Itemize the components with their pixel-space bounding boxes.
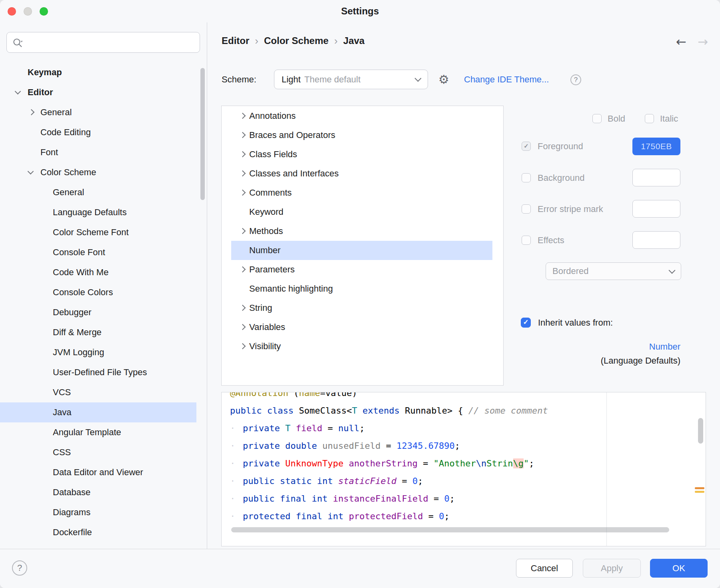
sidebar-item-angular-template[interactable]: Angular Template bbox=[0, 422, 196, 442]
sidebar-item-code-editing[interactable]: Code Editing bbox=[0, 122, 196, 142]
attribute-item-number[interactable]: Number bbox=[231, 241, 492, 260]
scheme-gear-icon[interactable]: ⚙ bbox=[438, 70, 449, 89]
search-box[interactable] bbox=[6, 32, 200, 53]
sidebar-scrollbar[interactable] bbox=[200, 68, 205, 200]
sidebar-item-general[interactable]: General bbox=[0, 102, 196, 122]
sidebar-item-code-with-me[interactable]: Code With Me bbox=[0, 262, 196, 282]
bold-checkbox[interactable] bbox=[592, 114, 602, 123]
attribute-item-classes-and-interfaces[interactable]: Classes and Interfaces bbox=[231, 164, 492, 183]
attribute-item-comments[interactable]: Comments bbox=[231, 183, 492, 202]
error-stripe-color-field[interactable] bbox=[632, 200, 680, 218]
sidebar-item-color-scheme[interactable]: Color Scheme bbox=[0, 162, 196, 182]
attribute-item-semantic-highlighting[interactable]: Semantic highlighting bbox=[231, 279, 492, 298]
change-ide-theme-link[interactable]: Change IDE Theme... bbox=[464, 70, 549, 89]
breadcrumb-item-color-scheme[interactable]: Color Scheme bbox=[264, 35, 328, 46]
effect-style-select[interactable]: Bordered bbox=[546, 262, 681, 280]
ok-button[interactable]: OK bbox=[650, 559, 708, 578]
cancel-button[interactable]: Cancel bbox=[516, 559, 573, 578]
code-line[interactable]: ·private UnknownType anotherString = "An… bbox=[230, 455, 548, 472]
italic-checkbox[interactable] bbox=[645, 114, 654, 123]
code-token-kw: protected bbox=[243, 511, 290, 521]
sidebar-item-jvm-logging[interactable]: JVM Logging bbox=[0, 342, 196, 362]
sidebar-item-database[interactable]: Database bbox=[0, 482, 196, 502]
attribute-item-methods[interactable]: Methods bbox=[231, 222, 492, 241]
sidebar-item-data-editor-and-viewer[interactable]: Data Editor and Viewer bbox=[0, 462, 196, 482]
sidebar-item-console-colors[interactable]: Console Colors bbox=[0, 282, 196, 302]
background-checkbox[interactable] bbox=[522, 173, 531, 182]
chevron-right-icon[interactable] bbox=[238, 126, 249, 145]
sidebar-item-diagrams[interactable]: Diagrams bbox=[0, 502, 196, 522]
back-button[interactable]: ← bbox=[676, 34, 686, 49]
chevron-right-icon[interactable] bbox=[238, 222, 249, 241]
sidebar-item-font[interactable]: Font bbox=[0, 142, 196, 162]
attribute-item-parameters[interactable]: Parameters bbox=[231, 260, 492, 279]
apply-button[interactable]: Apply bbox=[583, 559, 641, 578]
sidebar-item-diff-merge[interactable]: Diff & Merge bbox=[0, 322, 196, 342]
whitespace-dot-icon: · bbox=[230, 472, 243, 490]
sidebar-item-java[interactable]: Java bbox=[0, 402, 196, 422]
chevron-right-icon[interactable] bbox=[238, 106, 249, 126]
sidebar-item-keymap[interactable]: Keymap bbox=[0, 62, 196, 82]
code-token-plain bbox=[317, 441, 322, 451]
effects-checkbox[interactable] bbox=[522, 236, 531, 245]
forward-button[interactable]: → bbox=[698, 34, 708, 49]
attribute-item-class-fields[interactable]: Class Fields bbox=[231, 145, 492, 164]
code-line[interactable]: ·public static int staticField = 0; bbox=[230, 472, 548, 490]
scheme-help-icon[interactable]: ? bbox=[570, 74, 581, 85]
foreground-color-swatch[interactable]: 1750EB bbox=[632, 138, 680, 155]
attribute-item-braces-and-operators[interactable]: Braces and Operators bbox=[231, 126, 492, 145]
error-stripe-checkbox[interactable] bbox=[522, 204, 531, 214]
code-token-plain: ; bbox=[359, 423, 364, 433]
inherit-values-checkbox[interactable] bbox=[521, 318, 531, 328]
chevron-right-icon[interactable] bbox=[238, 164, 249, 183]
sidebar-item-css[interactable]: CSS bbox=[0, 442, 196, 462]
preview-horizontal-scrollbar[interactable] bbox=[231, 527, 669, 532]
scheme-select[interactable]: Light Theme default bbox=[274, 70, 428, 89]
code-line[interactable]: ·private T field = null; bbox=[230, 420, 548, 437]
effects-color-field[interactable] bbox=[632, 231, 680, 249]
preview-vertical-scrollbar[interactable] bbox=[698, 418, 703, 444]
background-color-field[interactable] bbox=[632, 169, 680, 186]
attribute-item-keyword[interactable]: Keyword bbox=[231, 202, 492, 222]
code-token-field: anotherString bbox=[349, 458, 418, 468]
search-input[interactable] bbox=[7, 32, 200, 52]
chevron-right-icon[interactable] bbox=[238, 298, 249, 318]
sidebar-item-color-scheme-font[interactable]: Color Scheme Font bbox=[0, 222, 196, 242]
attribute-item-visibility[interactable]: Visibility bbox=[231, 337, 492, 356]
breadcrumb-item-java[interactable]: Java bbox=[343, 35, 364, 46]
sidebar-item-debugger[interactable]: Debugger bbox=[0, 302, 196, 322]
help-button[interactable]: ? bbox=[12, 560, 27, 576]
chevron-right-icon[interactable] bbox=[238, 318, 249, 337]
chevron-right-icon[interactable] bbox=[238, 260, 249, 279]
chevron-right-icon[interactable] bbox=[238, 337, 249, 356]
code-token-plain: = bbox=[423, 511, 439, 521]
code-line[interactable]: ·protected final int protectedField = 0; bbox=[230, 508, 548, 525]
chevron-right-icon[interactable] bbox=[238, 183, 249, 202]
chevron-down-icon[interactable] bbox=[26, 162, 40, 182]
tree-indent-spacer bbox=[39, 342, 53, 362]
inherit-source-link[interactable]: Number bbox=[649, 342, 680, 352]
code-line[interactable]: @Annotation (name=value) bbox=[230, 392, 548, 402]
chevron-down-icon[interactable] bbox=[14, 82, 28, 102]
code-line[interactable]: ·private double unusedField = 12345.6789… bbox=[230, 437, 548, 455]
sidebar-item-dockerfile[interactable]: Dockerfile bbox=[0, 522, 196, 542]
code-line[interactable]: ·public final int instanceFinalField = 0… bbox=[230, 490, 548, 508]
sidebar-item-vcs[interactable]: VCS bbox=[0, 382, 196, 402]
sidebar-item-language-defaults[interactable]: Language Defaults bbox=[0, 202, 196, 222]
sidebar-item-console-font[interactable]: Console Font bbox=[0, 242, 196, 262]
sidebar-item-general[interactable]: General bbox=[0, 182, 196, 202]
attribute-item-label: Keyword bbox=[249, 207, 284, 217]
breadcrumb-item-editor[interactable]: Editor bbox=[222, 35, 249, 46]
sidebar-item-editor[interactable]: Editor bbox=[0, 82, 196, 102]
code-line[interactable]: public class SomeClass<T extends Runnabl… bbox=[230, 402, 548, 420]
attribute-item-annotations[interactable]: Annotations bbox=[231, 106, 492, 126]
code-preview-panel[interactable]: @Annotation (name=value)public class Som… bbox=[221, 392, 706, 546]
foreground-checkbox[interactable] bbox=[522, 142, 531, 151]
attribute-item-variables[interactable]: Variables bbox=[231, 318, 492, 337]
chevron-right-icon[interactable] bbox=[238, 145, 249, 164]
attribute-item-label: Variables bbox=[249, 322, 285, 332]
chevron-right-icon[interactable] bbox=[26, 102, 40, 122]
sidebar-item-user-defined-file-types[interactable]: User-Defined File Types bbox=[0, 362, 196, 382]
attribute-item-string[interactable]: String bbox=[231, 298, 492, 318]
code-token-plain: ; bbox=[455, 441, 460, 451]
